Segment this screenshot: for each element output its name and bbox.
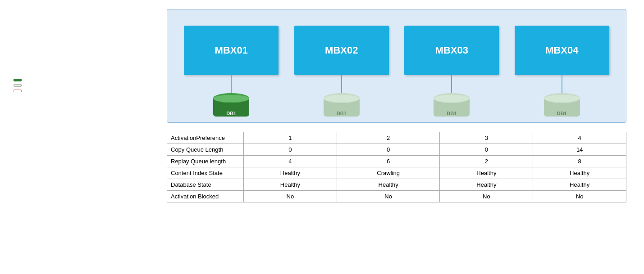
table-row: ActivationPreference1234 — [167, 132, 626, 144]
row-value: 8 — [533, 156, 626, 167]
row-value: Healthy — [533, 167, 626, 179]
table-row: Content Index StateHealthyCrawlingHealth… — [167, 167, 626, 179]
db-label: DB1 — [213, 111, 249, 116]
server-box-mbx02: MBX02 — [294, 26, 389, 75]
row-value: 4 — [533, 132, 626, 144]
row-value: 0 — [440, 144, 533, 156]
db-cylinder-mbx02: DB1 — [324, 93, 360, 118]
server-col-mbx04: MBX04DB1 — [515, 26, 609, 118]
cylinder-wrap: DB1 — [434, 93, 470, 118]
connector-line — [562, 75, 562, 93]
db-cylinder-mbx03: DB1 — [434, 93, 470, 118]
row-label: Copy Queue Length — [167, 144, 244, 156]
db-label: DB1 — [434, 111, 470, 116]
row-value: 3 — [440, 132, 533, 144]
row-value: No — [533, 191, 626, 202]
legend — [14, 79, 22, 92]
connector-line — [341, 75, 342, 93]
row-value: 14 — [533, 144, 626, 156]
row-label: ActivationPreference — [167, 132, 244, 144]
table-row: Replay Queue length4628 — [167, 156, 626, 167]
table-row: Activation BlockedNoNoNoNo — [167, 191, 626, 202]
legend-offline — [14, 90, 22, 92]
server-box-mbx04: MBX04 — [515, 26, 609, 75]
db-label: DB1 — [544, 111, 580, 116]
row-value: Crawling — [337, 167, 440, 179]
table-row: Copy Queue Length00014 — [167, 144, 626, 156]
row-value: 2 — [440, 156, 533, 167]
row-value: 6 — [337, 156, 440, 167]
row-value: 0 — [337, 144, 440, 156]
server-col-mbx02: MBX02DB1 — [294, 26, 389, 118]
row-value: 1 — [244, 132, 337, 144]
row-value: 0 — [244, 144, 337, 156]
servers-row: MBX01DB1MBX02DB1MBX03DB1MBX04DB1 — [181, 26, 612, 118]
legend-passive — [14, 84, 22, 87]
server-col-mbx01: MBX01DB1 — [184, 26, 279, 118]
data-table-wrap: ActivationPreference1234Copy Queue Lengt… — [167, 132, 626, 202]
row-value: No — [244, 191, 337, 202]
cylinder-wrap: DB1 — [324, 93, 360, 118]
main-container: MBX01DB1MBX02DB1MBX03DB1MBX04DB1 Activat… — [0, 0, 644, 211]
row-value: 4 — [244, 156, 337, 167]
row-value: Healthy — [440, 179, 533, 191]
cylinder-wrap: DB1 — [213, 93, 249, 118]
row-value: Healthy — [337, 179, 440, 191]
row-label: Database State — [167, 179, 244, 191]
cylinder-top-shade — [213, 95, 249, 102]
connector-line — [231, 75, 232, 93]
table-row: Database StateHealthyHealthyHealthyHealt… — [167, 179, 626, 191]
row-value: 2 — [337, 132, 440, 144]
cylinder-top-shade — [544, 95, 580, 102]
row-label: Activation Blocked — [167, 191, 244, 202]
legend-active — [14, 79, 22, 81]
connector-line — [451, 75, 452, 93]
row-value: Healthy — [244, 167, 337, 179]
db-label: DB1 — [324, 111, 360, 116]
cylinder-top-shade — [434, 95, 470, 102]
dag-container: MBX01DB1MBX02DB1MBX03DB1MBX04DB1 — [167, 9, 626, 123]
row-label: Content Index State — [167, 167, 244, 179]
row-value: No — [337, 191, 440, 202]
row-value: Healthy — [244, 179, 337, 191]
server-box-mbx03: MBX03 — [404, 26, 499, 75]
server-col-mbx03: MBX03DB1 — [404, 26, 499, 118]
row-value: No — [440, 191, 533, 202]
cylinder-top-shade — [324, 95, 360, 102]
stats-table: ActivationPreference1234Copy Queue Lengt… — [167, 132, 626, 202]
server-box-mbx01: MBX01 — [184, 26, 279, 75]
cylinder-wrap: DB1 — [544, 93, 580, 118]
db-cylinder-mbx04: DB1 — [544, 93, 580, 118]
row-label: Replay Queue length — [167, 156, 244, 167]
row-value: Healthy — [440, 167, 533, 179]
row-value: Healthy — [533, 179, 626, 191]
db-cylinder-mbx01: DB1 — [213, 93, 249, 118]
